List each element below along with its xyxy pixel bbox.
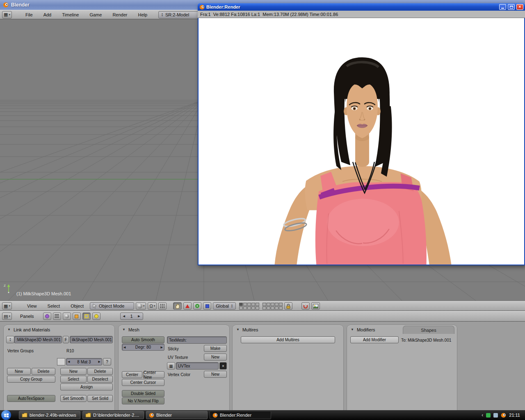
- render-stats: Fra:1 Ve:8812 Fa:10816 La:1 Mem:13.70M (…: [200, 12, 338, 17]
- layer-buttons-left[interactable]: [239, 303, 259, 310]
- taskbar-item-folder1[interactable]: blender-2.49b-windows: [19, 411, 80, 419]
- vertex-group-delete-button[interactable]: Delete: [32, 368, 55, 375]
- material-stepper[interactable]: ◀ 8 Mat 3 ▶: [66, 358, 102, 365]
- frame-stepper[interactable]: ◀ 1 ▶: [120, 313, 143, 320]
- center-button[interactable]: Center: [122, 371, 142, 378]
- degr-slider[interactable]: ◀ Degr: 80 ▶: [122, 344, 164, 351]
- texmesh-field[interactable]: TexMesh:: [167, 336, 227, 344]
- screen-selector[interactable]: ▲▼ SR:2-Model: [158, 11, 201, 18]
- center-cursor-button[interactable]: Center Cursor: [122, 379, 164, 386]
- translate-manipulator-button[interactable]: [183, 302, 192, 310]
- script-context-button[interactable]: [53, 313, 61, 320]
- no-vnormal-flip-button[interactable]: No V.Normal Flip: [122, 397, 164, 404]
- panel-header[interactable]: ▼ Multires: [233, 325, 343, 334]
- menu-render[interactable]: Render: [108, 12, 132, 17]
- center-new-button[interactable]: Center New: [143, 371, 164, 378]
- logic-icon: [45, 314, 49, 318]
- tray-collapse-icon[interactable]: ‹: [482, 412, 483, 418]
- material-next-icon[interactable]: ▶: [98, 360, 100, 363]
- frame-decrement-icon[interactable]: ◀: [123, 315, 125, 318]
- fake-user-button[interactable]: F: [63, 336, 69, 343]
- render-window-titlebar[interactable]: Blender:Render ×: [198, 3, 525, 11]
- uv-texture-new-button[interactable]: New: [204, 354, 227, 361]
- deselect-button[interactable]: Deselect: [87, 376, 113, 383]
- scale-manipulator-button[interactable]: [203, 302, 211, 310]
- double-sided-button[interactable]: Double Sided: [122, 390, 164, 397]
- uvtex-faceselect-button[interactable]: ▦: [167, 362, 175, 370]
- tray-blender-icon[interactable]: [501, 413, 506, 418]
- degr-increment-icon[interactable]: ▶: [161, 346, 163, 349]
- orientation-dropdown[interactable]: Global ▲▼: [213, 302, 236, 310]
- object-context-button[interactable]: [73, 313, 81, 320]
- collapse-icon[interactable]: ▼: [236, 328, 240, 331]
- minimize-button[interactable]: [499, 4, 506, 10]
- mesh-browse-button[interactable]: ▲▼: [6, 336, 14, 343]
- add-multires-button[interactable]: Add Multires: [241, 336, 335, 343]
- vertex-group-new-button[interactable]: New: [7, 368, 31, 375]
- assign-button[interactable]: Assign: [60, 383, 113, 390]
- manipulator-hand-button[interactable]: [173, 302, 182, 310]
- frame-increment-icon[interactable]: ▶: [138, 315, 140, 318]
- taskbar-item-blender-render[interactable]: Blender:Render: [210, 411, 271, 419]
- set-solid-button[interactable]: Set Solid: [87, 395, 113, 402]
- vertex-color-new-button[interactable]: New: [204, 371, 227, 378]
- rotate-manipulator-button[interactable]: [193, 302, 201, 310]
- collapse-icon[interactable]: ▼: [7, 328, 11, 331]
- editing-context-button[interactable]: [82, 313, 91, 320]
- lock-layers-button[interactable]: [284, 302, 292, 310]
- uvtex-name-field[interactable]: UVTex: [176, 362, 219, 370]
- material-new-button[interactable]: New: [60, 368, 87, 375]
- mesh-name-field[interactable]: :MilkShape3D Mesh.001: [14, 336, 62, 343]
- material-prev-icon[interactable]: ◀: [68, 360, 70, 363]
- object-name-field[interactable]: ilkShape3D Mesh.001: [70, 336, 113, 343]
- menu-select[interactable]: Select: [43, 304, 65, 308]
- autotexspace-button[interactable]: AutoTexSpace: [7, 395, 55, 402]
- panel-header[interactable]: ▼ Link and Materials: [4, 325, 114, 334]
- taskbar-item-blender[interactable]: Blender: [146, 411, 208, 419]
- shading-context-button[interactable]: [63, 313, 71, 320]
- degr-decrement-icon[interactable]: ◀: [123, 346, 126, 349]
- taskbar-item-folder2[interactable]: D:\blender\blender-2....: [82, 411, 144, 419]
- menu-file[interactable]: File: [21, 12, 37, 17]
- tray-green-icon[interactable]: [486, 413, 491, 418]
- sticky-make-button[interactable]: Make: [204, 345, 227, 352]
- copy-group-button[interactable]: Copy Group: [7, 376, 55, 383]
- draw-type-button[interactable]: ▾: [136, 302, 146, 310]
- tray-gray-icon[interactable]: [493, 413, 498, 418]
- menu-help[interactable]: Help: [133, 12, 152, 17]
- panel-title: Mesh: [128, 327, 139, 332]
- minimize-icon: [501, 8, 504, 9]
- close-button[interactable]: ×: [516, 4, 523, 10]
- mode-dropdown[interactable]: Object Mode: [90, 302, 134, 310]
- add-modifier-button[interactable]: Add Modifier: [350, 336, 399, 343]
- menu-game[interactable]: Game: [85, 12, 106, 17]
- logic-context-button[interactable]: [43, 313, 51, 320]
- window-type-button[interactable]: ▦ ▾: [2, 11, 12, 18]
- material-delete-button[interactable]: Delete: [87, 368, 113, 375]
- panel-header[interactable]: ▼ Mesh: [119, 325, 229, 334]
- uvtex-delete-button[interactable]: ×: [219, 362, 227, 370]
- collapse-icon[interactable]: ▼: [351, 328, 354, 331]
- menu-object[interactable]: Object: [66, 304, 88, 308]
- buttons-window-type-button[interactable]: ▤ ▾: [2, 313, 12, 320]
- layer-buttons-right[interactable]: [262, 303, 283, 310]
- menu-timeline[interactable]: Timeline: [57, 12, 83, 17]
- viewport-type-button[interactable]: ▦ ▾: [2, 302, 12, 310]
- tab-shapes[interactable]: Shapes: [403, 326, 454, 334]
- start-button[interactable]: [1, 410, 11, 420]
- render-preview-button[interactable]: [311, 302, 320, 310]
- material-color-swatch[interactable]: [57, 358, 65, 365]
- material-help-button[interactable]: ?: [103, 358, 111, 365]
- proportional-edit-button[interactable]: [158, 302, 167, 310]
- auto-smooth-button[interactable]: Auto Smooth: [122, 336, 164, 343]
- scene-context-button[interactable]: [92, 313, 100, 320]
- pivot-icon: Ω: [149, 304, 153, 308]
- pivot-button[interactable]: Ω ▾: [148, 302, 157, 310]
- maximize-button[interactable]: [508, 4, 515, 10]
- select-button[interactable]: Select: [60, 376, 87, 383]
- menu-add[interactable]: Add: [39, 12, 56, 17]
- snap-button[interactable]: [301, 302, 310, 310]
- menu-view[interactable]: View: [23, 304, 41, 308]
- collapse-icon[interactable]: ▼: [122, 328, 126, 331]
- set-smooth-button[interactable]: Set Smooth: [60, 395, 87, 402]
